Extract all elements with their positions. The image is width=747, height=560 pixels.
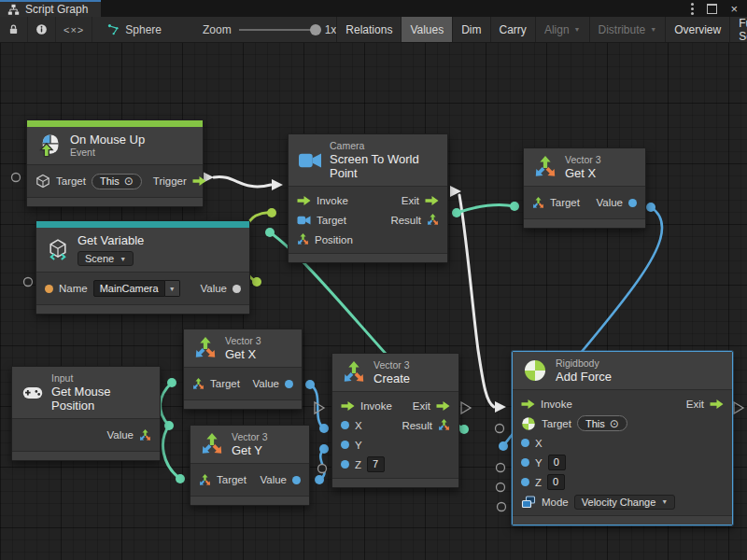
port-label-value: Value [200, 283, 227, 294]
float-port[interactable] [341, 421, 349, 429]
node-get-mouse-position[interactable]: Input Get Mouse Position Value [11, 366, 161, 461]
graph-toolbar: <×> Sphere Zoom 1x Relations Values Dim … [0, 17, 747, 43]
node-on-mouse-up[interactable]: On Mouse Up Event Target This ⊙ Trigger [26, 119, 204, 207]
vector3-icon [343, 361, 365, 384]
flow-arrow-icon[interactable] [297, 196, 311, 205]
vector3-port-icon[interactable] [427, 214, 439, 226]
toolbar-buttons: Relations Values Dim Carry Align▼ Distri… [336, 17, 747, 42]
float-port[interactable] [521, 478, 529, 486]
vector3-port-icon[interactable] [199, 474, 211, 486]
mouse-up-icon [37, 133, 62, 158]
vector3-icon [534, 156, 557, 178]
float-port[interactable] [521, 458, 529, 467]
close-icon[interactable]: × [730, 3, 738, 15]
target-this-button[interactable]: This ⊙ [92, 174, 142, 189]
flow-arrow-icon[interactable] [436, 401, 450, 411]
z-value-field[interactable]: 7 [367, 456, 385, 472]
variable-name-dropdown[interactable]: MainCamera ▼ [93, 280, 180, 297]
z-value-field[interactable]: 0 [547, 474, 565, 490]
y-value-field[interactable]: 0 [548, 455, 566, 470]
flow-arrow-icon[interactable] [710, 399, 724, 409]
vector3-icon [194, 337, 217, 359]
port-label-mode: Mode [542, 497, 569, 508]
port-label-trigger: Trigger [153, 175, 187, 187]
vector3-port-icon[interactable] [139, 429, 151, 441]
node-footer [332, 478, 458, 487]
maximize-icon[interactable] [707, 4, 717, 14]
port-label-target: Target [317, 215, 346, 226]
enum-icon [521, 495, 536, 510]
dim-button[interactable]: Dim [452, 17, 489, 42]
variable-accent-bar [36, 221, 249, 228]
node-category: Camera [330, 140, 437, 152]
float-port[interactable] [521, 439, 529, 447]
lock-button[interactable] [0, 17, 28, 42]
node-vector3-create[interactable]: Vector 3 Create Invoke Exit X Result Y Z… [331, 353, 459, 488]
string-port[interactable] [45, 285, 53, 293]
vector3-icon [201, 433, 223, 455]
node-title: On Mouse Up [70, 133, 145, 147]
float-port[interactable] [292, 476, 301, 484]
node-footer [27, 197, 203, 206]
node-title: Get Variable [78, 233, 144, 247]
object-port[interactable] [233, 285, 241, 293]
node-add-force[interactable]: Rigidbody Add Force Invoke Exit Target T… [512, 351, 733, 525]
tab-script-graph[interactable]: Script Graph [0, 0, 101, 17]
variable-icon [47, 239, 69, 261]
breadcrumb[interactable]: <×> [56, 17, 92, 42]
carry-button[interactable]: Carry [490, 17, 535, 42]
variable-scope-dropdown[interactable]: Scene ▼ [78, 251, 134, 266]
rigidbody-icon [523, 358, 547, 383]
distribute-button[interactable]: Distribute▼ [589, 17, 666, 42]
port-label-x: X [355, 420, 362, 431]
float-port[interactable] [285, 380, 293, 388]
camera-port-icon[interactable] [297, 216, 311, 225]
port-label-z: Z [535, 477, 542, 488]
title-bar: Script Graph × [0, 0, 747, 17]
menu-kebab-icon[interactable] [691, 7, 694, 10]
port-label-value: Value [106, 429, 134, 441]
target-this-button[interactable]: This ⊙ [577, 415, 627, 431]
port-label-invoke: Invoke [360, 400, 392, 412]
mode-dropdown[interactable]: Velocity Change ▼ [574, 495, 675, 510]
vector3-port-icon[interactable] [438, 419, 450, 431]
flow-arrow-icon[interactable] [521, 399, 535, 409]
port-label-z: Z [355, 459, 361, 470]
node-get-y[interactable]: Vector 3 Get Y Target Value [190, 425, 310, 506]
node-title: Screen To World Point [330, 152, 437, 180]
chevron-down-icon: ▼ [650, 26, 656, 33]
vector3-port-icon[interactable] [297, 233, 309, 245]
port-label-target: Target [210, 378, 240, 389]
flow-arrow-icon[interactable] [341, 401, 355, 411]
zoom-slider-knob[interactable] [310, 24, 321, 35]
port-label-y: Y [355, 440, 362, 451]
fullscreen-button[interactable]: Full Screen [729, 17, 747, 42]
vector3-port-icon[interactable] [192, 378, 204, 390]
values-button[interactable]: Values [401, 17, 452, 42]
object-picker-icon: ⊙ [124, 175, 134, 187]
vector3-port-icon[interactable] [532, 197, 544, 209]
node-footer [289, 253, 447, 262]
float-port[interactable] [341, 441, 349, 449]
node-title: Get X [565, 166, 601, 180]
node-get-variable[interactable]: Get Variable Scene ▼ Name MainCamera ▼ V… [35, 220, 250, 315]
overview-button[interactable]: Overview [665, 17, 729, 42]
zoom-slider[interactable] [239, 29, 317, 31]
port-label-value: Value [252, 378, 279, 389]
align-button[interactable]: Align▼ [535, 17, 589, 42]
port-label-invoke: Invoke [541, 399, 572, 410]
float-port[interactable] [341, 460, 349, 469]
float-port[interactable] [628, 199, 637, 207]
flow-arrow-icon[interactable] [425, 196, 439, 205]
node-category: Rigidbody [556, 357, 612, 370]
flow-arrow-icon[interactable] [192, 176, 206, 186]
zoom-label: Zoom [203, 23, 232, 36]
graph-name: Sphere [125, 23, 162, 36]
node-screen-to-world-point[interactable]: Camera Screen To World Point Invoke Exit… [288, 133, 448, 263]
node-get-x-mid[interactable]: Vector 3 Get X Target Value [183, 329, 303, 410]
relations-button[interactable]: Relations [336, 17, 401, 42]
node-get-x-right[interactable]: Vector 3 Get X Target Value [523, 147, 646, 229]
graph-name-segment[interactable]: Sphere [98, 17, 171, 42]
info-button[interactable] [28, 17, 56, 42]
rigidbody-port-icon[interactable] [521, 416, 536, 431]
